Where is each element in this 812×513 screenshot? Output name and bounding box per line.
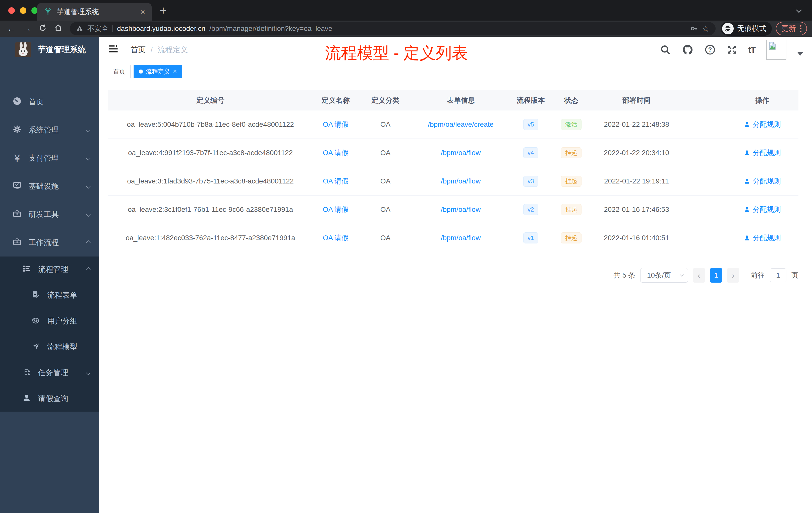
col-header-action: 操作	[726, 96, 799, 105]
fullscreen-icon[interactable]	[727, 44, 737, 55]
col-header-category: 定义分类	[358, 96, 412, 105]
deploy-time: 2022-01-16 01:40:51	[590, 234, 683, 242]
tag-process-definition[interactable]: 流程定义 ×	[134, 65, 182, 78]
github-icon[interactable]	[682, 44, 694, 56]
sidebar-item-process-form[interactable]: 流程表单	[0, 282, 99, 308]
status-badge: 挂起	[561, 147, 581, 159]
url-path[interactable]: /bpm/manager/definition?key=oa_leave	[209, 25, 332, 33]
chevron-down-icon	[86, 370, 90, 375]
sidebar-item-process-model[interactable]: 流程模型	[0, 334, 99, 360]
omnibox-divider	[113, 25, 113, 32]
help-icon[interactable]: ?	[704, 44, 716, 55]
sidebar-item-home[interactable]: 首页	[0, 88, 99, 116]
assign-rule-button[interactable]: 分配规则	[744, 148, 781, 158]
address-bar[interactable]: 不安全 dashboard.yudao.iocoder.cn/bpm/manag…	[70, 22, 716, 35]
tag-home[interactable]: 首页	[108, 65, 130, 78]
deploy-time: 2022-01-22 20:34:10	[590, 149, 683, 157]
navbar-actions: ? tT	[660, 37, 803, 63]
prev-page-button[interactable]: ‹	[693, 268, 705, 282]
form-link[interactable]: /bpm/oa/flow	[441, 234, 481, 242]
forward-icon[interactable]: →	[21, 24, 34, 33]
assign-rule-button[interactable]: 分配规则	[744, 233, 781, 243]
browser-tab-strip: 芋道管理系统 × +	[0, 0, 812, 21]
chevron-down-icon	[680, 273, 684, 277]
tag-close-icon[interactable]: ×	[173, 67, 177, 75]
sidebar-item-process-mgmt[interactable]: 流程管理	[0, 256, 99, 282]
form-link[interactable]: /bpm/oa/leave/create	[428, 120, 494, 128]
sidebar-item-leave-query[interactable]: 请假查询	[0, 386, 99, 412]
definition-name-link[interactable]: OA 请假	[323, 177, 349, 185]
sidebar-item-payment[interactable]: ¥ 支付管理	[0, 144, 99, 172]
browser-update-button[interactable]: 更新	[776, 22, 807, 35]
goto-page-input[interactable]: 1	[770, 268, 786, 282]
sidebar-item-system[interactable]: 系统管理	[0, 116, 99, 144]
form-link[interactable]: /bpm/oa/flow	[441, 149, 481, 157]
assign-rule-button[interactable]: 分配规则	[744, 205, 781, 214]
breadcrumb-current: 流程定义	[158, 45, 188, 55]
app-logo-row[interactable]: 芋道管理系统	[0, 37, 99, 63]
assign-rule-button[interactable]: 分配规则	[744, 176, 781, 186]
definition-category: OA	[358, 149, 412, 157]
password-key-icon[interactable]	[690, 25, 698, 33]
window-minimize-button[interactable]	[20, 7, 26, 14]
sidebar-item-devtools[interactable]: 研发工具	[0, 200, 99, 229]
reload-icon[interactable]	[36, 24, 49, 34]
top-navbar: 首页 / 流程定义 流程模型 - 定义列表	[99, 37, 812, 63]
definition-name-link[interactable]: OA 请假	[323, 206, 349, 213]
avatar-caret-icon[interactable]	[798, 52, 803, 56]
active-tag-label: 流程定义	[146, 67, 170, 76]
incognito-label: 无痕模式	[737, 24, 766, 34]
app-logo-avatar	[15, 42, 31, 57]
user-icon	[744, 121, 750, 128]
version-badge: v2	[523, 204, 538, 215]
sidebar-item-task-mgmt[interactable]: 任务管理	[0, 360, 99, 386]
gear-icon	[12, 125, 22, 135]
page-size-select[interactable]: 10条/页	[640, 268, 688, 282]
definition-name-link[interactable]: OA 请假	[323, 234, 349, 242]
toolbox-icon	[12, 237, 22, 248]
form-link[interactable]: /bpm/oa/flow	[441, 177, 481, 185]
url-host[interactable]: dashboard.yudao.iocoder.cn	[117, 25, 205, 33]
deploy-time: 2022-01-16 17:46:53	[590, 206, 683, 214]
security-warning-icon[interactable]	[76, 25, 83, 32]
font-size-button[interactable]: tT	[748, 45, 755, 55]
browser-menu-icon[interactable]	[800, 25, 802, 32]
tab-close-icon[interactable]: ×	[140, 7, 145, 16]
assign-rule-button[interactable]: 分配规则	[744, 120, 781, 129]
back-icon[interactable]: ←	[5, 24, 18, 33]
table-row: oa_leave:5:004b710b-7b8a-11ec-8ef0-acde4…	[108, 111, 799, 139]
user-avatar[interactable]	[766, 40, 786, 60]
breadcrumb-home[interactable]: 首页	[130, 45, 146, 55]
sidebar-item-label: 研发工具	[29, 209, 59, 220]
definition-name-link[interactable]: OA 请假	[323, 149, 349, 157]
new-tab-button[interactable]: +	[160, 4, 167, 17]
definition-category: OA	[358, 234, 412, 242]
status-badge: 挂起	[561, 204, 581, 215]
definition-name-link[interactable]: OA 请假	[323, 120, 349, 128]
bookmark-star-icon[interactable]: ☆	[702, 24, 709, 34]
home-icon[interactable]	[52, 24, 65, 34]
search-icon[interactable]	[660, 44, 671, 55]
definition-id: oa_leave:4:991f2193-7b7f-11ec-a3c8-acde4…	[108, 149, 313, 157]
next-page-button[interactable]: ›	[727, 268, 739, 282]
sidebar-item-infra[interactable]: 基础设施	[0, 172, 99, 200]
tab-search-chevron-icon[interactable]	[796, 7, 802, 13]
user-icon	[744, 150, 750, 156]
browser-tab[interactable]: 芋道管理系统 ×	[37, 3, 152, 21]
pagination-total: 共 5 条	[613, 271, 635, 280]
sidebar-item-label: 请假查询	[38, 394, 68, 404]
chevron-down-icon	[86, 212, 90, 217]
sidebar-item-workflow[interactable]: 工作流程	[0, 229, 99, 256]
window-controls[interactable]	[8, 7, 38, 14]
window-close-button[interactable]	[8, 7, 15, 14]
security-label[interactable]: 不安全	[87, 24, 109, 33]
tab-title: 芋道管理系统	[57, 7, 136, 17]
sidebar-item-label: 任务管理	[38, 368, 68, 378]
chevron-up-icon	[86, 240, 90, 245]
current-page-button[interactable]: 1	[710, 268, 722, 282]
form-link[interactable]: /bpm/oa/flow	[441, 206, 481, 213]
status-badge: 挂起	[561, 233, 581, 244]
sidebar-item-user-group[interactable]: 用户分组	[0, 308, 99, 334]
sidebar-item-label: 系统管理	[29, 125, 59, 135]
sidebar-toggle-icon[interactable]	[108, 44, 118, 55]
